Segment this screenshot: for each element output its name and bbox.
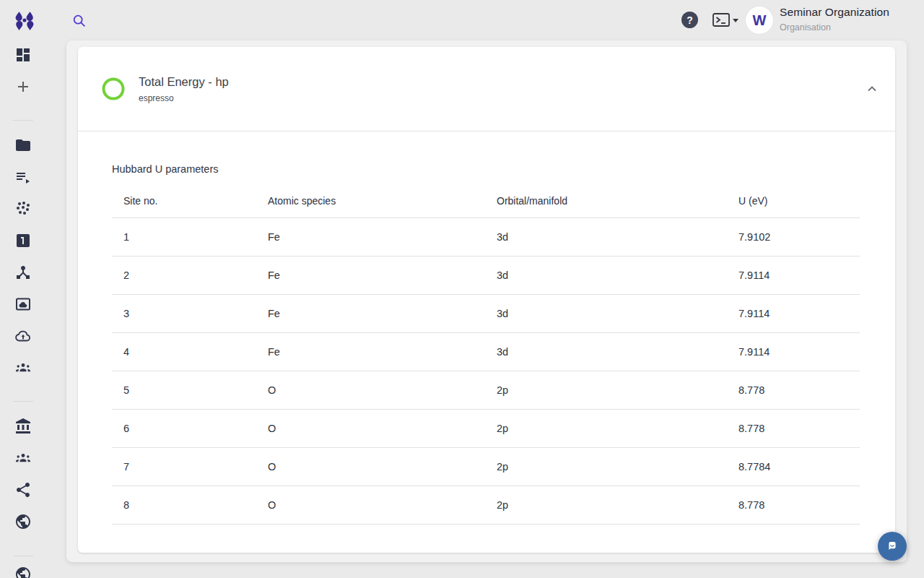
sidebar-divider (13, 401, 33, 402)
org-name: Seminar Organization (780, 6, 889, 19)
search-icon[interactable] (71, 13, 87, 29)
cloud-box-icon[interactable] (14, 296, 32, 313)
table-cell: 8.778 (727, 499, 860, 511)
table-row: 3 Fe 3d 7.9114 (112, 295, 860, 333)
avatar[interactable]: W (746, 7, 773, 34)
share-icon[interactable] (14, 481, 32, 499)
folder-icon[interactable] (14, 137, 32, 154)
table-cell: 2p (485, 461, 727, 473)
table-cell: O (256, 499, 485, 511)
col-header: Orbital/manifold (485, 195, 727, 207)
table-cell: Fe (256, 346, 485, 358)
col-header: Atomic species (256, 195, 485, 207)
terminal-icon[interactable] (712, 12, 739, 28)
table-cell: 3d (485, 269, 727, 281)
table-cell: 3 (112, 308, 256, 319)
help-glyph: ? (687, 14, 693, 26)
table-cell: O (256, 423, 485, 434)
scatter-dots-icon[interactable] (14, 200, 32, 217)
col-header: Site no. (112, 195, 256, 207)
table-cell: Fe (256, 231, 485, 243)
chevron-up-icon[interactable] (863, 80, 881, 98)
table-row: 8 O 2p 8.778 (112, 486, 860, 525)
table-cell: O (256, 384, 485, 396)
card-title: Total Energy - hp (139, 75, 229, 89)
org-menu[interactable]: Seminar Organization Organisation (780, 6, 889, 33)
table-cell: Fe (256, 308, 485, 319)
table-row: 2 Fe 3d 7.9114 (112, 256, 860, 295)
people-group-icon[interactable] (14, 359, 32, 376)
section-title: Hubbard U parameters (112, 163, 860, 175)
hubbard-table: Site no. Atomic species Orbital/manifold… (112, 184, 860, 525)
hub-tree-icon[interactable] (14, 264, 32, 281)
help-icon[interactable]: ? (681, 12, 698, 28)
table-row: 1 Fe 3d 7.9102 (112, 218, 860, 256)
table-cell: 5 (112, 384, 256, 396)
add-icon[interactable] (14, 78, 32, 95)
chat-bubble-icon[interactable] (878, 532, 907, 561)
card-subtitle: espresso (139, 93, 229, 103)
globe-icon[interactable] (14, 513, 32, 530)
table-cell: 3d (485, 231, 727, 243)
table-cell: 7 (112, 461, 256, 473)
green-ring-status-icon (101, 77, 126, 101)
table-cell: 6 (112, 423, 256, 434)
table-cell: 2p (485, 384, 727, 396)
card-titles: Total Energy - hp espresso (139, 75, 229, 103)
process-card: Total Energy - hp espresso Hubbard U par… (78, 47, 895, 553)
table-cell: 8.778 (727, 423, 860, 434)
table-cell: 8.778 (727, 384, 860, 396)
table-cell: 8 (112, 499, 256, 511)
card-body: Hubbard U parameters Site no. Atomic spe… (78, 131, 895, 525)
playlist-icon[interactable] (14, 168, 32, 186)
app-screen: ? W Seminar Organization Organisation (0, 0, 924, 578)
table-cell: 7.9114 (727, 346, 860, 358)
bank-icon[interactable] (14, 418, 32, 435)
sidebar-divider (13, 556, 33, 556)
org-type: Organisation (780, 22, 889, 33)
table-cell: 4 (112, 346, 256, 358)
table-cell: 2 (112, 269, 256, 281)
table-cell: 3d (485, 346, 727, 358)
sidebar-divider (13, 120, 33, 121)
table-cell: 7.9114 (727, 308, 860, 319)
cloud-upload-icon[interactable] (14, 327, 32, 345)
table-row: 6 O 2p 8.778 (112, 410, 860, 448)
people-group-icon[interactable] (14, 449, 32, 467)
table-cell: 3d (485, 308, 727, 319)
dashboard-icon[interactable] (14, 46, 32, 64)
col-header: U (eV) (727, 195, 860, 207)
card-header: Total Energy - hp espresso (78, 47, 895, 131)
square-one-icon[interactable] (14, 232, 32, 249)
table-cell: O (256, 461, 485, 473)
avatar-letter: W (753, 12, 767, 29)
table-row: 7 O 2p 8.7784 (112, 448, 860, 486)
main-panel: Total Energy - hp espresso Hubbard U par… (66, 40, 907, 562)
table-row: 5 O 2p 8.778 (112, 371, 860, 410)
app-logo-icon[interactable] (14, 9, 35, 31)
table-cell: 1 (112, 231, 256, 243)
table-cell: 2p (485, 423, 727, 434)
table-cell: 7.9102 (727, 231, 860, 243)
globe-icon[interactable] (14, 566, 32, 578)
table-cell: 7.9114 (727, 269, 860, 281)
table-cell: 8.7784 (727, 461, 860, 473)
sidebar (0, 40, 46, 578)
top-bar: ? W Seminar Organization Organisation (0, 0, 924, 40)
table-cell: 2p (485, 499, 727, 511)
table-row: 4 Fe 3d 7.9114 (112, 333, 860, 371)
table-header-row: Site no. Atomic species Orbital/manifold… (112, 184, 860, 218)
table-cell: Fe (256, 269, 485, 281)
